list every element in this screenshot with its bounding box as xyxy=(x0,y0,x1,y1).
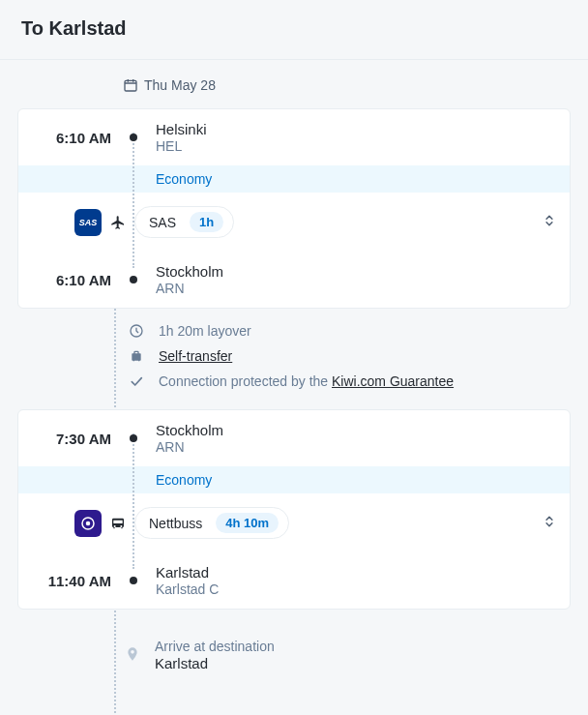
arrive-label: Arrive at destination xyxy=(155,639,275,654)
svg-point-3 xyxy=(86,521,91,525)
departure-code: ARN xyxy=(156,439,223,455)
clock-icon xyxy=(122,323,151,339)
arrival-city: Stockholm xyxy=(156,263,223,280)
cabin-class-band: Economy xyxy=(18,466,570,493)
airline-logo-sas: SAS xyxy=(74,209,102,236)
arrive-row: Arrive at destination Karlstad xyxy=(17,610,571,671)
self-transfer-link[interactable]: Self-transfer xyxy=(159,348,232,364)
arrival-row: 6:10 AM Stockholm ARN xyxy=(18,252,570,308)
svg-rect-0 xyxy=(125,80,136,91)
itinerary-header: To Karlstad xyxy=(0,0,588,60)
pin-icon xyxy=(125,645,140,665)
check-icon xyxy=(122,373,151,389)
departure-time: 7:30 AM xyxy=(18,431,125,447)
departure-city: Stockholm xyxy=(156,422,223,438)
guarantee-link[interactable]: Kiwi.com Guarantee xyxy=(332,373,454,389)
departure-code: HEL xyxy=(156,138,207,154)
itinerary-leg-card: 7:30 AM Stockholm ARN Economy Nettbuss 4… xyxy=(17,409,571,610)
arrival-city: Karlstad xyxy=(156,564,219,581)
carrier-row[interactable]: Nettbuss 4h 10m xyxy=(18,493,570,552)
itinerary-leg-card: 6:10 AM Helsinki HEL Economy SAS SAS 1h xyxy=(17,108,571,309)
cabin-class: Economy xyxy=(156,472,212,488)
guarantee-text: Connection protected by the Kiwi.com Gua… xyxy=(151,373,454,389)
arrival-row: 11:40 AM Karlstad Karlstad C xyxy=(18,552,570,609)
calendar-icon xyxy=(121,77,140,93)
carrier-logo-nettbuss xyxy=(74,510,102,537)
cabin-class-band: Economy xyxy=(18,165,570,193)
page-title: To Karlstad xyxy=(21,17,567,40)
carrier-duration: 1h xyxy=(190,212,223,232)
carrier-name: Nettbuss xyxy=(145,516,206,531)
departure-time: 6:10 AM xyxy=(18,130,125,146)
carrier-row[interactable]: SAS SAS 1h xyxy=(18,193,570,252)
expand-icon[interactable] xyxy=(543,214,556,230)
carrier-pill[interactable]: Nettbuss 4h 10m xyxy=(134,507,289,539)
departure-row: 6:10 AM Helsinki HEL xyxy=(18,109,570,165)
arrival-code: Karlstad C xyxy=(156,581,219,597)
cabin-class: Economy xyxy=(156,171,212,187)
arrival-code: ARN xyxy=(156,281,223,296)
expand-icon[interactable] xyxy=(543,515,556,531)
arrival-time: 6:10 AM xyxy=(18,272,125,288)
carrier-name: SAS xyxy=(145,215,180,230)
layover-block: 1h 20m layover Self-transfer Connection … xyxy=(17,309,571,409)
bus-icon xyxy=(102,516,134,531)
plane-icon xyxy=(102,215,134,230)
layover-duration: 1h 20m layover xyxy=(151,323,251,339)
arrival-time: 11:40 AM xyxy=(18,573,125,589)
carrier-pill[interactable]: SAS 1h xyxy=(134,206,234,238)
date-label: Thu May 28 xyxy=(144,77,216,93)
luggage-icon xyxy=(122,348,151,364)
departure-row: 7:30 AM Stockholm ARN xyxy=(18,410,570,466)
carrier-duration: 4h 10m xyxy=(216,513,279,533)
date-row: Thu May 28 xyxy=(17,60,571,108)
arrive-city: Karlstad xyxy=(155,655,275,671)
departure-city: Helsinki xyxy=(156,121,207,137)
